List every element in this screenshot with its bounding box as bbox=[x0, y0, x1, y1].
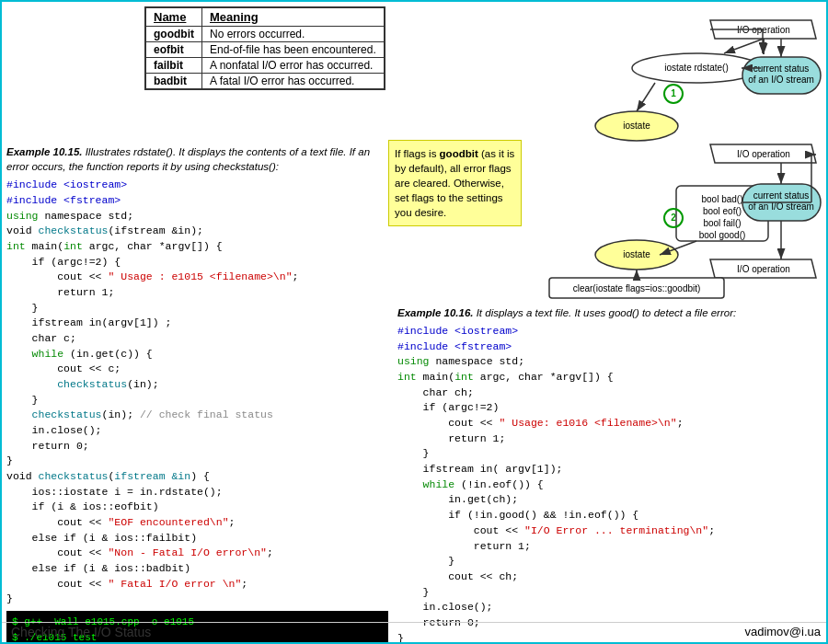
bool-good: bool good() bbox=[699, 230, 746, 240]
bit-name: failbit bbox=[145, 58, 201, 74]
table-row: failbit A nonfatal I/O error has occurre… bbox=[145, 58, 385, 74]
footer-title: Checking The I/O Status bbox=[11, 625, 151, 639]
current-status-bottom-label: current status bbox=[753, 190, 810, 201]
svg-line-18 bbox=[724, 39, 764, 53]
bool-eof: bool eof() bbox=[703, 206, 742, 216]
bool-fail: bool fail() bbox=[703, 218, 741, 228]
example1-title: Example 10.15. Illustrates rdstate(). It… bbox=[6, 144, 388, 174]
example2-title: Example 10.16. It displays a text file. … bbox=[397, 305, 821, 320]
io-operation-bot-label: I/O operation bbox=[737, 264, 790, 274]
goodbit-highlight: goodbit bbox=[440, 148, 478, 159]
yellow-note: If flags is goodbit (as it is by default… bbox=[388, 140, 522, 226]
example1-code: #include <iostream> #include <fstream> u… bbox=[6, 178, 388, 607]
right-code-section: Example 10.16. It displays a text file. … bbox=[397, 305, 821, 644]
main-container: Name Meaning goodbit No errors occurred.… bbox=[2, 2, 828, 644]
left-code-section: Example 10.15. Illustrates rdstate(). It… bbox=[6, 144, 388, 644]
svg-line-6 bbox=[637, 83, 655, 111]
flow-diagram: I/O operation iostate rdstate() current … bbox=[494, 6, 825, 305]
svg-text:of an I/O stream: of an I/O stream bbox=[748, 75, 814, 85]
table-row: badbit A fatal I/O error has occurred. bbox=[145, 74, 385, 90]
bit-name: eofbit bbox=[145, 42, 201, 58]
example2-code: #include <iostream> #include <fstream> u… bbox=[397, 324, 821, 644]
circle-1-label: 1 bbox=[671, 88, 676, 98]
name-meaning-table: Name Meaning goodbit No errors occurred.… bbox=[144, 6, 385, 90]
bit-meaning: A nonfatal I/O error has occurred. bbox=[201, 58, 384, 74]
yellow-note-text: If flags is goodbit (as it is by default… bbox=[395, 148, 514, 218]
footer: Checking The I/O Status vadimov@i.ua bbox=[2, 622, 828, 641]
diagram-svg: I/O operation iostate rdstate() current … bbox=[494, 6, 825, 305]
bit-meaning: End-of-file has been encountered. bbox=[201, 42, 384, 58]
io-operation-mid-label: I/O operation bbox=[737, 149, 790, 159]
bool-bad: bool bad() bbox=[701, 194, 742, 204]
table-row: goodbit No errors occurred. bbox=[145, 27, 385, 42]
table-row: eofbit End-of-file has been encountered. bbox=[145, 42, 385, 58]
circle-2-label: 2 bbox=[671, 213, 676, 223]
bit-name: goodbit bbox=[145, 27, 201, 42]
iostate-oval-top-label: iostate bbox=[623, 121, 650, 131]
footer-email: vadimov@i.ua bbox=[744, 625, 821, 639]
col-name-header: Name bbox=[145, 7, 201, 27]
current-status-top-label: current status bbox=[753, 63, 810, 74]
bit-meaning: A fatal I/O error has occurred. bbox=[201, 74, 384, 90]
clear-label: clear(iostate flags=ios::goodbit) bbox=[573, 283, 701, 293]
rdstate-label: iostate rdstate() bbox=[664, 63, 728, 73]
iostate-oval-bottom-label: iostate bbox=[623, 249, 650, 259]
bit-name: badbit bbox=[145, 74, 201, 90]
col-meaning-header: Meaning bbox=[201, 7, 384, 27]
bit-meaning: No errors occurred. bbox=[201, 27, 384, 42]
